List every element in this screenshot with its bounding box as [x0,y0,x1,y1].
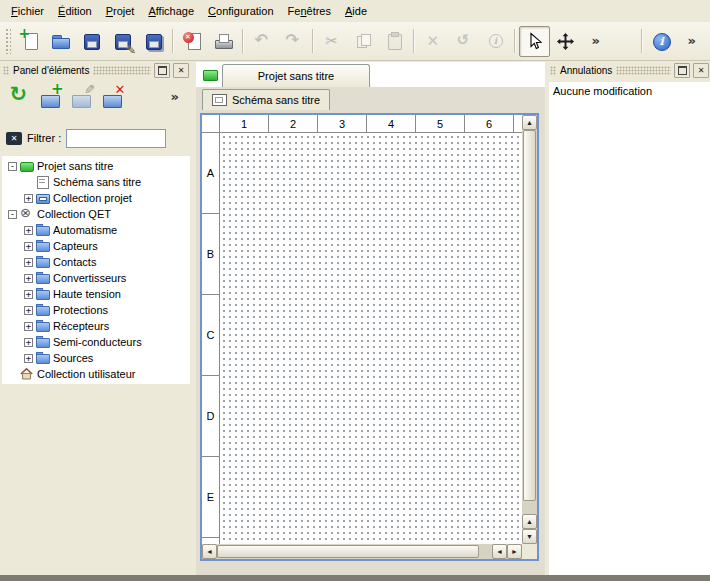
tree-item-convertisseurs[interactable]: +Convertisseurs [2,270,190,286]
tree-item-semi-conducteurs[interactable]: +Semi-conducteurs [2,334,190,350]
expand-icon[interactable]: + [24,274,33,283]
ruler-rows: ABCDE [202,133,220,544]
tree-item-contacts[interactable]: +Contacts [2,254,190,270]
tree-item-label: Haute tension [53,288,121,300]
scrollbar-corner [522,544,537,559]
clear-filter-icon[interactable] [6,132,22,145]
save-button[interactable] [76,26,107,57]
pan-mode-button[interactable] [550,26,581,57]
float-panel-button[interactable] [154,63,170,78]
scroll-up-button[interactable]: ▲ [522,115,537,130]
menu-edition[interactable]: Édition [51,1,99,21]
tree-item-collection-projet[interactable]: +Collection projet [2,190,190,206]
close-panel-button[interactable]: ✕ [173,63,189,78]
undo-panel-header[interactable]: Annulations ✕ [550,63,709,78]
project-tab[interactable]: Projet sans titre [222,64,370,87]
save-as-button[interactable]: ✎ [107,26,138,57]
cut-button[interactable] [317,26,348,57]
new-file-button[interactable] [14,26,45,57]
elements-panel-header[interactable]: Panel d'éléments ✕ [3,63,189,78]
scroll-right-button[interactable]: ► [507,544,522,559]
horizontal-scrollbar[interactable]: ◄ ◄ ► [202,544,522,559]
tree-item-collection-utilisateur[interactable]: Collection utilisateur [2,366,190,382]
toolbar-overflow-button[interactable] [677,26,708,57]
schema-canvas[interactable] [221,134,522,544]
menu-affichage[interactable]: Affichage [141,1,201,21]
expand-icon[interactable]: + [24,322,33,331]
collapse-icon[interactable]: - [8,210,17,219]
scroll-left-button[interactable]: ◄ [492,544,507,559]
expand-icon[interactable]: + [24,242,33,251]
about-qet-button[interactable] [646,26,677,57]
horizontal-scroll-thumb[interactable] [217,545,479,558]
expand-icon[interactable]: + [24,290,33,299]
tree-item-automatisme[interactable]: +Automatisme [2,222,190,238]
expand-icon[interactable]: + [24,258,33,267]
tree-item-collection-qet[interactable]: -Collection QET [2,206,190,222]
scroll-down-button[interactable]: ▼ [522,529,537,544]
ruler-row-cell: A [202,133,219,214]
toolbar-separator [172,29,174,53]
folder-icon [36,272,50,284]
menu-projet[interactable]: Projet [99,1,142,21]
filter-input[interactable] [66,129,166,148]
open-file-button[interactable] [45,26,76,57]
undo-list[interactable]: Aucune modification [549,82,710,575]
float-icon [158,66,167,75]
collapse-icon[interactable]: - [8,162,17,171]
tree-item-protections[interactable]: +Protections [2,302,190,318]
main-toolbar: ✎ [0,22,710,61]
copy-button[interactable] [348,26,379,57]
undo-empty-state[interactable]: Aucune modification [549,82,710,100]
expand-icon[interactable]: + [24,306,33,315]
edit-element-button[interactable] [66,83,97,112]
close-panel-button[interactable]: ✕ [693,63,709,78]
print-button[interactable] [208,26,239,57]
dock-grip-icon [616,66,671,75]
expand-icon[interactable]: + [24,194,33,203]
scroll-up-button[interactable]: ▲ [522,514,537,529]
scroll-left-button[interactable]: ◄ [202,544,217,559]
filter-row: Filtrer : [6,127,188,149]
menu-configuration[interactable]: Configuration [201,1,280,21]
tree-item-schema-sans-titre[interactable]: Schéma sans titre [2,174,190,190]
schema-view: 123456 ABCDE ▲ ▲ ▼ ◄ ◄ ► [200,113,539,561]
project-window-icon[interactable] [203,70,218,81]
float-panel-button[interactable] [674,63,690,78]
expand-icon[interactable]: + [24,354,33,363]
reload-collections-button[interactable] [4,83,35,112]
diagram-info-button[interactable] [480,26,511,57]
redo-button[interactable] [278,26,309,57]
toolbar-grip[interactable] [5,28,11,54]
tree-item-recepteurs[interactable]: +Récepteurs [2,318,190,334]
menu-aide[interactable]: Aide [338,1,374,21]
expand-icon[interactable]: + [24,226,33,235]
elements-overflow-button[interactable] [159,83,190,112]
new-element-button[interactable] [35,83,66,112]
cut-icon [322,31,344,51]
delete-button[interactable] [418,26,449,57]
vertical-scroll-thumb[interactable] [523,130,536,501]
ruler-column-cell: 2 [269,115,318,132]
modes-overflow-button[interactable] [581,26,612,57]
tree-item-capteurs[interactable]: +Capteurs [2,238,190,254]
expand-icon[interactable]: + [24,338,33,347]
rotate-button[interactable] [449,26,480,57]
ruler-columns: 123456 [220,115,522,133]
diagram-info-icon [485,31,507,51]
menu-fenetres[interactable]: Fenêtres [281,1,338,21]
delete-element-button[interactable] [97,83,128,112]
close-file-button[interactable] [177,26,208,57]
tree-item-projet-sans-titre[interactable]: -Projet sans titre [2,158,190,174]
tree-item-haute-tension[interactable]: +Haute tension [2,286,190,302]
schema-tab[interactable]: Schéma sans titre [202,89,330,110]
modes-overflow-icon [586,31,608,51]
save-all-button[interactable] [138,26,169,57]
paste-button[interactable] [379,26,410,57]
undo-button[interactable] [247,26,278,57]
select-mode-button[interactable] [519,26,550,57]
schema-content: 123456 ABCDE [202,115,522,544]
tree-item-sources[interactable]: +Sources [2,350,190,366]
vertical-scrollbar[interactable]: ▲ ▲ ▼ [522,115,537,544]
menu-fichier[interactable]: Fichier [4,1,51,21]
